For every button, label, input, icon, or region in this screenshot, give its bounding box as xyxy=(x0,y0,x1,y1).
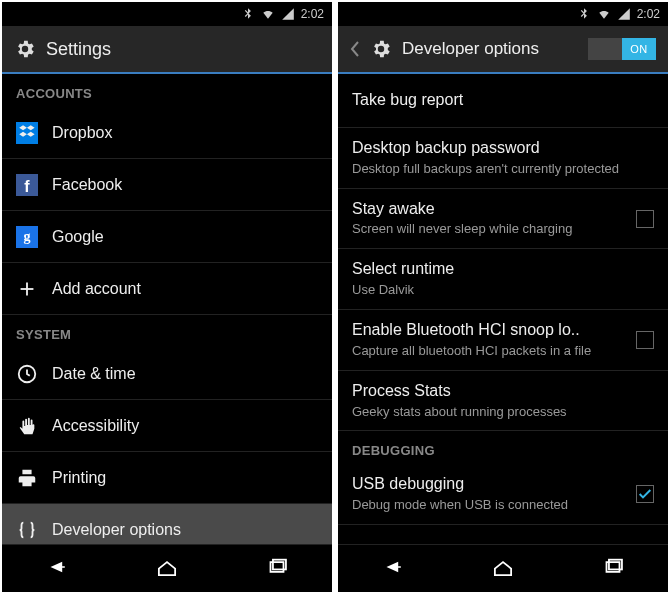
row-label: Dropbox xyxy=(52,124,112,142)
row-developer-options[interactable]: Developer options xyxy=(2,504,332,544)
row-dropbox[interactable]: Dropbox xyxy=(2,107,332,159)
printer-icon xyxy=(16,467,38,489)
signal-icon xyxy=(281,7,295,21)
row-take-bug-report[interactable]: Take bug report xyxy=(338,74,668,128)
item-title: Take bug report xyxy=(352,90,654,111)
phone-settings: 2:02 Settings ACCOUNTS Dropbox f Faceboo… xyxy=(2,2,332,592)
item-title: Stay awake xyxy=(352,199,626,220)
nav-bar xyxy=(338,544,668,592)
item-title: Process Stats xyxy=(352,381,654,402)
row-stay-awake[interactable]: Stay awake Screen will never sleep while… xyxy=(338,189,668,250)
row-bluetooth-hci-snoop[interactable]: Enable Bluetooth HCI snoop lo.. Capture … xyxy=(338,310,668,371)
item-subtitle: Desktop full backups aren't currently pr… xyxy=(352,161,654,178)
row-accessibility[interactable]: Accessibility xyxy=(2,400,332,452)
item-subtitle: Capture all bluetooth HCI packets in a f… xyxy=(352,343,626,360)
nav-back-button[interactable] xyxy=(44,554,70,584)
section-accounts: ACCOUNTS xyxy=(2,74,332,107)
header-developer-options: Developer options ON xyxy=(338,26,668,74)
item-subtitle: Screen will never sleep while charging xyxy=(352,221,626,238)
nav-back-button[interactable] xyxy=(380,554,406,584)
row-label: Printing xyxy=(52,469,106,487)
item-title: Enable Bluetooth HCI snoop lo.. xyxy=(352,320,626,341)
nav-home-button[interactable] xyxy=(154,554,180,584)
clock: 2:02 xyxy=(301,7,324,21)
item-subtitle: Use Dalvik xyxy=(352,282,654,299)
row-facebook[interactable]: f Facebook xyxy=(2,159,332,211)
item-title: Desktop backup password xyxy=(352,138,654,159)
row-label: Google xyxy=(52,228,104,246)
item-title: USB debugging xyxy=(352,474,626,495)
section-debugging: DEBUGGING xyxy=(338,431,668,464)
page-title: Settings xyxy=(46,39,111,60)
row-add-account[interactable]: Add account xyxy=(2,263,332,315)
bluetooth-icon xyxy=(577,7,591,21)
item-subtitle: Geeky stats about running processes xyxy=(352,404,654,421)
checkbox-usb-debugging[interactable] xyxy=(636,485,654,503)
gear-icon xyxy=(370,38,392,60)
section-system: SYSTEM xyxy=(2,315,332,348)
google-icon: g xyxy=(16,226,38,248)
item-subtitle: Debug mode when USB is connected xyxy=(352,497,626,514)
wifi-icon xyxy=(597,7,611,21)
row-usb-debugging[interactable]: USB debugging Debug mode when USB is con… xyxy=(338,464,668,525)
signal-icon xyxy=(617,7,631,21)
row-select-runtime[interactable]: Select runtime Use Dalvik xyxy=(338,249,668,310)
checkbox-bt-snoop[interactable] xyxy=(636,331,654,349)
row-label: Accessibility xyxy=(52,417,139,435)
row-process-stats[interactable]: Process Stats Geeky stats about running … xyxy=(338,371,668,432)
row-label: Date & time xyxy=(52,365,136,383)
row-desktop-backup-password[interactable]: Desktop backup password Desktop full bac… xyxy=(338,128,668,189)
braces-icon xyxy=(16,519,38,541)
facebook-icon: f xyxy=(16,174,38,196)
page-title: Developer options xyxy=(402,39,539,59)
clock: 2:02 xyxy=(637,7,660,21)
phone-developer-options: 2:02 Developer options ON Take bug repor… xyxy=(338,2,668,592)
status-bar: 2:02 xyxy=(2,2,332,26)
dropbox-icon xyxy=(16,122,38,144)
row-label: Facebook xyxy=(52,176,122,194)
back-chevron-icon[interactable] xyxy=(350,38,360,60)
row-datetime[interactable]: Date & time xyxy=(2,348,332,400)
row-printing[interactable]: Printing xyxy=(2,452,332,504)
nav-home-button[interactable] xyxy=(490,554,516,584)
row-label: Add account xyxy=(52,280,141,298)
nav-recent-button[interactable] xyxy=(264,554,290,584)
developer-options-toggle[interactable]: ON xyxy=(588,38,656,60)
plus-icon xyxy=(16,278,38,300)
gear-icon xyxy=(14,38,36,60)
item-title: Select runtime xyxy=(352,259,654,280)
hand-icon xyxy=(16,415,38,437)
nav-recent-button[interactable] xyxy=(600,554,626,584)
settings-list[interactable]: ACCOUNTS Dropbox f Facebook g Google Add… xyxy=(2,74,332,544)
row-google[interactable]: g Google xyxy=(2,211,332,263)
nav-bar xyxy=(2,544,332,592)
header-settings: Settings xyxy=(2,26,332,74)
developer-options-list[interactable]: Take bug report Desktop backup password … xyxy=(338,74,668,544)
checkbox-stay-awake[interactable] xyxy=(636,210,654,228)
clock-icon xyxy=(16,363,38,385)
row-label: Developer options xyxy=(52,521,181,539)
wifi-icon xyxy=(261,7,275,21)
bluetooth-icon xyxy=(241,7,255,21)
toggle-on-label: ON xyxy=(622,38,656,60)
status-bar: 2:02 xyxy=(338,2,668,26)
